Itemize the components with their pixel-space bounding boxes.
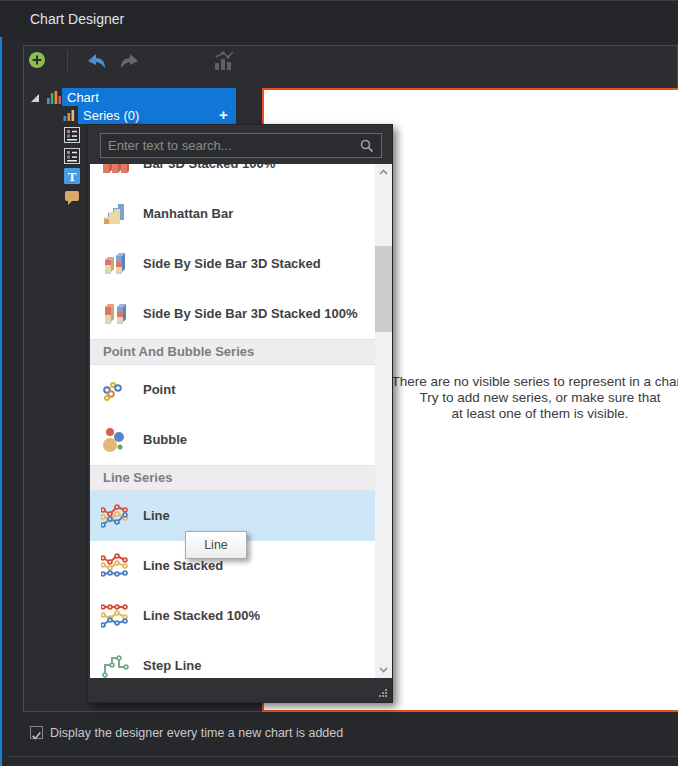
no-series-message-line: Try to add new series, or make sure that [391, 390, 678, 406]
list-item-label: Step Line [143, 641, 202, 678]
list-item-label: Side By Side Bar 3D Stacked [143, 239, 321, 289]
page-title: Chart Designer [30, 1, 124, 38]
list-item[interactable]: Bubble [90, 415, 392, 465]
list-section-header: Line Series [90, 465, 392, 491]
scroll-up-button[interactable] [375, 164, 392, 181]
search-input[interactable] [101, 134, 381, 157]
side-by-side-bar-3d-stacked-icon [101, 250, 129, 278]
list-section-label: Line Series [90, 466, 392, 490]
series-type-list: Bar 3D Stacked 100% Manhattan Bar [90, 164, 392, 678]
series-node-icon [62, 108, 76, 122]
change-chart-type-button[interactable] [212, 49, 236, 75]
add-series-button[interactable]: + [219, 106, 228, 123]
no-series-message: There are no visible series to represent… [391, 374, 678, 422]
list-item[interactable]: Manhattan Bar [90, 189, 392, 239]
add-chart-element-button[interactable] [28, 51, 46, 73]
list-section-header: Point And Bubble Series [90, 339, 392, 365]
series-gallery-popup: Bar 3D Stacked 100% Manhattan Bar [87, 124, 393, 703]
step-line-icon [101, 652, 129, 678]
list-item[interactable]: Point [90, 365, 392, 415]
scrollbar-thumb[interactable] [375, 246, 392, 332]
list-item-label: Line [143, 491, 170, 541]
checkmark-icon [31, 730, 42, 741]
chevron-up-icon [375, 164, 392, 181]
line-icon [101, 502, 129, 530]
no-series-message-line: There are no visible series to represent… [391, 374, 678, 390]
undo-icon [85, 52, 107, 70]
search-box [100, 133, 382, 158]
display-designer-checkbox-label[interactable]: Display the designer every time a new ch… [50, 720, 343, 746]
line-stacked-100-icon [101, 602, 129, 630]
titles-icon[interactable]: T [64, 168, 80, 184]
display-designer-checkbox[interactable] [30, 726, 43, 739]
chart-node-icon [46, 89, 62, 105]
line-stacked-icon [101, 552, 129, 580]
tree-node-chart-label: Chart [67, 90, 99, 105]
bar-3d-stacked-100-icon [101, 164, 129, 178]
window-bottom-divider [8, 756, 678, 757]
point-icon [101, 376, 129, 404]
list-item-label: Line Stacked 100% [143, 591, 260, 641]
redo-button[interactable] [119, 52, 141, 74]
manhattan-bar-icon [101, 200, 129, 228]
redo-icon [119, 52, 141, 70]
window-left-accent [0, 37, 2, 766]
list-item[interactable]: Bar 3D Stacked 100% [90, 164, 392, 189]
list-scrollbar [375, 164, 392, 678]
list-item-label: Bar 3D Stacked 100% [143, 164, 275, 189]
list-item-label: Manhattan Bar [143, 189, 233, 239]
expand-arrow-icon[interactable] [30, 93, 40, 103]
list-item-label: Point [143, 365, 176, 415]
svg-text:T: T [68, 169, 77, 184]
resize-grip-icon[interactable] [378, 688, 388, 698]
list-item-label: Bubble [143, 415, 187, 465]
tooltip: Line [185, 531, 247, 559]
search-icon[interactable] [359, 138, 375, 154]
bubble-icon [101, 426, 129, 454]
chart-designer-window: Chart Designer [0, 0, 678, 766]
list-section-label: Point And Bubble Series [90, 340, 392, 364]
tree-node-series-label: Series (0) [83, 108, 139, 123]
scroll-down-button[interactable] [375, 661, 392, 678]
no-series-message-line: at least one of them is visible. [391, 406, 678, 422]
tooltip-text: Line [204, 538, 228, 552]
list-item-label: Side By Side Bar 3D Stacked 100% [143, 289, 358, 339]
annotations-icon[interactable] [64, 189, 80, 205]
chevron-down-icon [375, 661, 392, 678]
list-item[interactable]: Line Stacked 100% [90, 591, 392, 641]
title-bar: Chart Designer [0, 0, 678, 37]
list-item[interactable]: Side By Side Bar 3D Stacked [90, 239, 392, 289]
chart-type-icon [212, 49, 236, 71]
undo-button[interactable] [85, 52, 107, 74]
legend-icon[interactable] [64, 148, 80, 164]
list-item[interactable]: Side By Side Bar 3D Stacked 100% [90, 289, 392, 339]
toolbar-separator [67, 50, 68, 72]
add-icon [28, 51, 46, 69]
list-item[interactable]: Step Line [90, 641, 392, 678]
side-by-side-bar-3d-stacked-100-icon [101, 300, 129, 328]
legend-icon[interactable] [64, 127, 80, 143]
